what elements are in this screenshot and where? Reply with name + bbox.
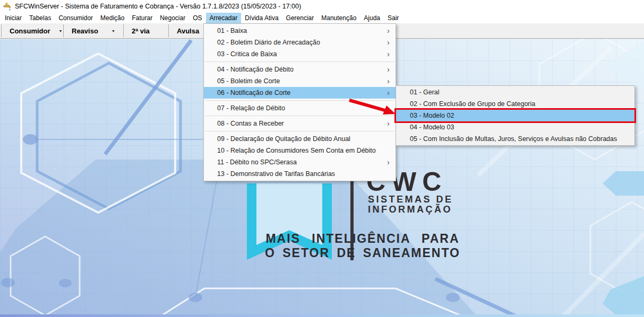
menu-item-label: 08 - Contas a Receber (217, 120, 284, 127)
menu-item-label: 05 - Com Inclusão de Multas, Juros, Serv… (410, 135, 617, 143)
menu-item-demonstrativo-tarifas[interactable]: 13 - Demonstrativo de Tarifas Bancárias (204, 168, 396, 180)
window-title: SFCWinServer - Sistema de Faturamento e … (15, 3, 301, 10)
toolbar-2avia-button[interactable]: 2ª via (125, 24, 167, 38)
menu-gerenciar[interactable]: Gerenciar (282, 13, 318, 23)
menu-sair[interactable]: Sair (384, 13, 402, 23)
toolbar-separator (168, 24, 169, 37)
menu-item-declaracao-quitacao[interactable]: 09 - Declaração de Quitação de Débito An… (204, 133, 396, 145)
menu-separator (204, 114, 396, 118)
menu-item-label: 03 - Modelo 02 (410, 112, 454, 119)
submenu-chevron-icon: › (387, 87, 390, 98)
menu-manutencao[interactable]: Manutenção (317, 13, 360, 23)
menu-separator (204, 60, 396, 64)
submenu-item-inclusao-multas[interactable]: 05 - Com Inclusão de Multas, Juros, Serv… (396, 133, 634, 145)
menu-item-label: 02 - Boletim Diário de Arrecadação (217, 39, 320, 46)
submenu-item-geral[interactable]: 01 - Geral (396, 86, 634, 98)
dropdown-arrow-icon: ▼ (111, 29, 115, 33)
brand-subtitle-line2: INFORMAÇÃO (368, 204, 452, 215)
menu-os[interactable]: OS (189, 13, 205, 23)
menu-tabelas[interactable]: Tabelas (25, 13, 55, 23)
submenu-item-modelo-02[interactable]: 03 - Modelo 02 (396, 110, 634, 121)
bottom-edge-strip (0, 314, 644, 317)
menu-ajuda[interactable]: Ajuda (360, 13, 384, 23)
menu-item-label: 03 - Critica de Baixa (217, 50, 277, 58)
toolbar-separator (1, 24, 2, 37)
submenu-item-modelo-03[interactable]: 04 - Modelo 03 (396, 121, 634, 133)
menu-item-label: 13 - Demonstrativo de Tarifas Bancárias (217, 170, 335, 178)
dropdown-arrow-icon: ▼ (59, 29, 63, 33)
brand-tagline-line1: MAIS INTELIGÊNCIA PARA (0, 232, 644, 246)
menu-faturar[interactable]: Faturar (128, 13, 156, 23)
toolbar-reaviso-label: Reaviso (72, 27, 98, 35)
menu-medicao[interactable]: Medição (97, 13, 128, 23)
menu-separator (204, 129, 396, 133)
menu-item-label: 06 - Notificação de Corte (217, 89, 290, 96)
submenu-chevron-icon: › (387, 102, 390, 113)
menu-item-baixa[interactable]: 01 - Baixa › (204, 25, 396, 37)
menu-item-label: 11 - Débito no SPC/Serasa (217, 158, 297, 166)
toolbar-consumidor-label: Consumidor (10, 27, 50, 35)
menu-arrecadar[interactable]: Arrecadar (206, 13, 242, 23)
toolbar-separator (123, 24, 124, 37)
brand-subtitle-line1: SISTEMAS DE (368, 194, 453, 205)
toolbar-reaviso-button[interactable]: Reaviso ▼ (65, 24, 122, 38)
menu-consumidor[interactable]: Consumidor (55, 13, 97, 23)
arrecadar-dropdown-menu: 01 - Baixa › 02 - Boletim Diário de Arre… (203, 23, 396, 181)
menu-item-label: 01 - Baixa (217, 27, 247, 34)
menu-item-label: 01 - Geral (410, 89, 440, 96)
menu-item-contas-receber[interactable]: 08 - Contas a Receber › (204, 118, 396, 129)
toolbar-avulsa-label: Avulsa (177, 27, 199, 35)
toolbar-separator (63, 24, 64, 37)
submenu-item-exclusao-grupo[interactable]: 02 - Com Exclusão de Grupo de Categoria (396, 98, 634, 110)
notificacao-corte-submenu: 01 - Geral 02 - Com Exclusão de Grupo de… (396, 85, 635, 146)
menu-item-debito-spc[interactable]: 11 - Débito no SPC/Serasa › (204, 156, 396, 168)
submenu-chevron-icon: › (387, 75, 390, 86)
menu-item-label: 10 - Relação de Consumidores Sem Conta e… (217, 147, 376, 154)
menu-item-boletim-diario[interactable]: 02 - Boletim Diário de Arrecadação › (204, 37, 396, 48)
brand-tagline-line2: O SETOR DE SANEAMENTO (0, 246, 644, 260)
toolbar-2avia-label: 2ª via (132, 27, 150, 35)
menu-item-relacao-consumidores[interactable]: 10 - Relação de Consumidores Sem Conta e… (204, 145, 396, 156)
menu-item-critica-baixa[interactable]: 03 - Critica de Baixa › (204, 48, 396, 60)
submenu-chevron-icon: › (387, 156, 390, 168)
menu-separator (204, 99, 396, 102)
menu-iniciar[interactable]: Iniciar (1, 13, 25, 23)
menu-item-notificacao-debito[interactable]: 04 - Notificação de Débito › (204, 64, 396, 75)
title-bar: SFCWinServer - Sistema de Faturamento e … (0, 0, 644, 13)
menu-item-label: 09 - Declaração de Quitação de Débito An… (217, 135, 350, 143)
submenu-chevron-icon: › (387, 37, 390, 48)
menu-item-relacao-debito[interactable]: 07 - Relação de Débito › (204, 102, 396, 114)
menu-negociar[interactable]: Negociar (156, 13, 189, 23)
submenu-chevron-icon: › (387, 118, 390, 129)
menu-item-label: 04 - Modelo 03 (410, 124, 454, 131)
submenu-chevron-icon: › (387, 48, 390, 59)
submenu-chevron-icon: › (387, 64, 390, 75)
menu-item-label: 05 - Boletim de Corte (217, 77, 280, 85)
menu-item-label: 07 - Relação de Débito (217, 104, 285, 112)
menu-item-label: 02 - Com Exclusão de Grupo de Categoria (410, 100, 535, 108)
menu-item-label: 04 - Notificação de Débito (217, 66, 294, 73)
menu-item-notificacao-corte[interactable]: 06 - Notificação de Corte › (204, 87, 396, 99)
toolbar-consumidor-button[interactable]: Consumidor ▼ (3, 24, 62, 38)
menu-item-boletim-corte[interactable]: 05 - Boletim de Corte › (204, 75, 396, 87)
menu-bar: Iniciar Tabelas Consumidor Medição Fatur… (0, 13, 644, 23)
app-faucet-icon (3, 2, 12, 11)
menu-divida-ativa[interactable]: Dívida Ativa (241, 13, 282, 23)
submenu-chevron-icon: › (387, 25, 390, 36)
